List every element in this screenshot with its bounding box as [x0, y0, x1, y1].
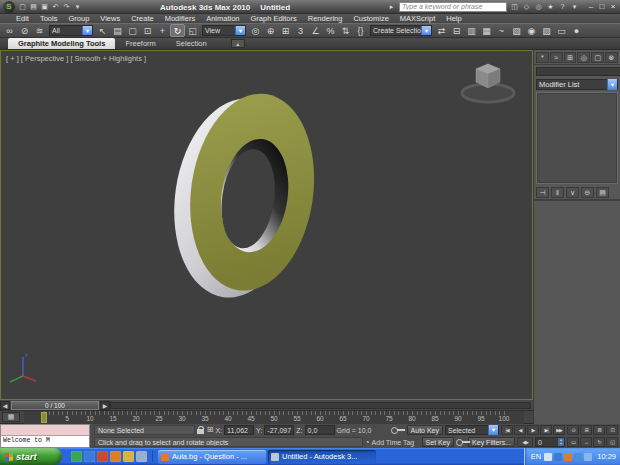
- application-menu-icon[interactable]: S: [3, 1, 15, 13]
- key-filters-button[interactable]: Key Filters...: [468, 437, 515, 447]
- angle-snap-icon[interactable]: ∠: [308, 24, 323, 37]
- set-key-key-icon[interactable]: [456, 438, 466, 446]
- display-tab-icon[interactable]: ▢: [591, 52, 604, 63]
- start-button[interactable]: start: [0, 448, 62, 465]
- make-unique-icon[interactable]: ∨: [566, 187, 579, 198]
- track-ruler[interactable]: 5101520253035404550556065707580859095100: [24, 411, 524, 424]
- save-file-icon[interactable]: ▣: [40, 2, 49, 12]
- tab-selection[interactable]: Selection: [166, 38, 217, 49]
- y-coordinate-field[interactable]: -27,097: [264, 425, 294, 435]
- snaps-toggle-icon[interactable]: 3: [293, 24, 308, 37]
- layer-manager-icon[interactable]: ▥: [464, 24, 479, 37]
- z-coordinate-field[interactable]: 0,0: [305, 425, 335, 435]
- x-coordinate-field[interactable]: 11,062: [224, 425, 254, 435]
- show-end-result-icon[interactable]: ‖: [551, 187, 564, 198]
- selection-filter-dropdown[interactable]: All ▼: [49, 25, 93, 36]
- language-indicator[interactable]: EN: [531, 452, 541, 461]
- bind-to-space-warp-icon[interactable]: ≋: [32, 24, 47, 37]
- go-to-start-icon[interactable]: |◀: [501, 425, 513, 435]
- quick-launch-icon-3[interactable]: [97, 451, 108, 462]
- modifier-list-dropdown[interactable]: Modifier List ▼: [536, 79, 618, 90]
- material-editor-icon[interactable]: ◉: [524, 24, 539, 37]
- new-scene-icon[interactable]: ▢: [18, 2, 27, 12]
- task-max[interactable]: Untitled - Autodesk 3...: [268, 450, 376, 464]
- object-name-field[interactable]: [536, 67, 620, 76]
- tray-icon-5[interactable]: [584, 453, 592, 461]
- quick-launch-icon-1[interactable]: [71, 451, 82, 462]
- macro-recorder-pane[interactable]: [1, 425, 89, 436]
- search-toggle-icon[interactable]: ▸: [387, 2, 396, 12]
- time-slider-track[interactable]: [110, 402, 531, 409]
- quick-launch-icon-5[interactable]: [123, 451, 134, 462]
- create-tab-icon[interactable]: *: [536, 52, 549, 63]
- search-icon[interactable]: ◫: [510, 2, 519, 12]
- absolute-mode-icon[interactable]: ⊞: [207, 425, 214, 435]
- help-icon[interactable]: ?: [558, 2, 567, 12]
- menu-edit[interactable]: Edit: [16, 14, 29, 23]
- reference-coordinate-dropdown[interactable]: View ▼: [202, 25, 246, 36]
- menu-tools[interactable]: Tools: [40, 14, 58, 23]
- maxscript-mini-listener[interactable]: Welcome to M: [0, 424, 90, 448]
- key-mode-toggle[interactable]: ◀▶: [517, 437, 533, 447]
- track-bar[interactable]: ▦ 51015202530354045505560657075808590951…: [0, 411, 533, 424]
- perspective-viewport[interactable]: z [ + ] [ Perspective ] [ Smooth + Highl…: [0, 50, 533, 400]
- select-and-manipulate-icon[interactable]: ⊕: [263, 24, 278, 37]
- go-to-end-icon[interactable]: ▶▶: [553, 425, 565, 435]
- quick-access-dropdown-icon[interactable]: ▾: [73, 2, 82, 12]
- quick-launch-icon-6[interactable]: [136, 451, 147, 462]
- pan-icon[interactable]: ↔: [580, 437, 592, 447]
- infocenter-search-input[interactable]: [399, 2, 507, 12]
- tray-icon-2[interactable]: [554, 453, 562, 461]
- select-and-link-icon[interactable]: ∞: [2, 24, 17, 37]
- time-slider-handle[interactable]: 0 / 100: [11, 401, 99, 410]
- motion-tab-icon[interactable]: ◎: [577, 52, 590, 63]
- menu-modifiers[interactable]: Modifiers: [165, 14, 195, 23]
- rectangular-selection-region-icon[interactable]: ▢: [125, 24, 140, 37]
- select-object-icon[interactable]: ↖: [95, 24, 110, 37]
- scene-object-ring[interactable]: [162, 84, 326, 308]
- keyboard-override-icon[interactable]: ⊞: [278, 24, 293, 37]
- use-pivot-center-icon[interactable]: ◎: [248, 24, 263, 37]
- redo-icon[interactable]: ↷: [62, 2, 71, 12]
- task-aula[interactable]: Aula.bg - Question - ...: [158, 450, 266, 464]
- menu-graph-editors[interactable]: Graph Editors: [251, 14, 297, 23]
- select-and-move-icon[interactable]: +: [155, 24, 170, 37]
- menu-maxscript[interactable]: MAXScript: [400, 14, 435, 23]
- maximize-viewport-icon[interactable]: ◱: [606, 437, 618, 447]
- zoom-icon[interactable]: ⊙: [567, 425, 579, 435]
- select-and-rotate-icon[interactable]: ↻: [170, 24, 185, 37]
- undo-icon[interactable]: ↶: [51, 2, 60, 12]
- time-slider-right-arrow[interactable]: ▶: [100, 401, 110, 410]
- previous-frame-icon[interactable]: ◀: [514, 425, 526, 435]
- render-production-icon[interactable]: ●: [569, 24, 584, 37]
- minimize-button[interactable]: –: [586, 1, 596, 13]
- zoom-extents-icon[interactable]: ⊠: [593, 425, 605, 435]
- schematic-view-icon[interactable]: ▧: [509, 24, 524, 37]
- rendered-frame-icon[interactable]: ▭: [554, 24, 569, 37]
- auto-key-button[interactable]: Auto Key: [407, 425, 443, 435]
- named-selection-sets-icon[interactable]: {}: [353, 24, 368, 37]
- menu-customize[interactable]: Customize: [353, 14, 388, 23]
- zoom-region-icon[interactable]: ▭: [567, 437, 579, 447]
- view-cube[interactable]: [462, 64, 514, 102]
- play-icon[interactable]: ▶: [527, 425, 539, 435]
- mini-curve-editor-button[interactable]: ▦: [2, 412, 20, 422]
- quick-launch-icon-2[interactable]: [84, 451, 95, 462]
- quick-launch-icon-4[interactable]: [110, 451, 121, 462]
- tray-icon-3[interactable]: [564, 453, 572, 461]
- key-set-dropdown[interactable]: Selected ▼: [445, 425, 499, 435]
- pin-stack-icon[interactable]: ⊣: [536, 187, 549, 198]
- arc-rotate-icon[interactable]: ↻: [593, 437, 605, 447]
- open-file-icon[interactable]: ▤: [29, 2, 38, 12]
- utilities-tab-icon[interactable]: ⊗: [605, 52, 618, 63]
- percent-snap-icon[interactable]: %: [323, 24, 338, 37]
- restore-button[interactable]: □: [597, 1, 607, 13]
- tray-icon-4[interactable]: [574, 453, 582, 461]
- curve-editor-icon[interactable]: ~: [494, 24, 509, 37]
- menu-create[interactable]: Create: [131, 14, 154, 23]
- current-frame-marker[interactable]: [41, 412, 47, 423]
- unlink-selection-icon[interactable]: ⊘: [17, 24, 32, 37]
- infocenter-dropdown-icon[interactable]: ▾: [570, 2, 579, 12]
- current-frame-field[interactable]: 0 ▲▼: [535, 437, 565, 447]
- ribbon-toggle-icon[interactable]: ▦: [479, 24, 494, 37]
